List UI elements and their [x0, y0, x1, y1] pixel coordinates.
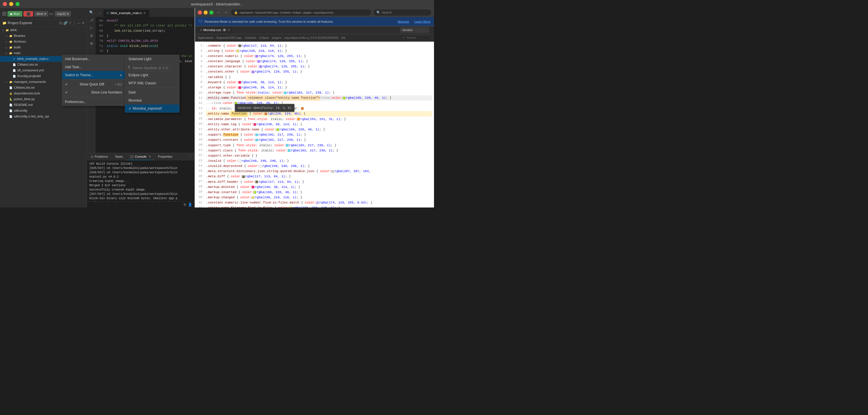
css-line-7: .variable { }	[206, 74, 432, 79]
css-file-tab-bar: # Monokai.css 3 ✕	[195, 26, 434, 34]
css-line-numbers: 1234567891011121314151617181920212223242…	[195, 42, 204, 208]
console-close-icon[interactable]: ✕	[149, 155, 151, 158]
git-icon[interactable]: ⎇	[89, 17, 94, 23]
tab-close-icon[interactable]: ✕	[143, 11, 146, 15]
submenu-monokai-espressif[interactable]: Monokai_espressif	[125, 104, 180, 113]
menu-show-quick-diff[interactable]: Show Quick Diff ⇧⌘Q	[62, 80, 125, 88]
minimize-view-icon[interactable]: —	[77, 21, 81, 25]
project-explorer-header: 📁 Project Explorer ⊟ 🔗 ▽ ⋮ — ✕	[0, 20, 87, 27]
tree-item-binaries[interactable]: ▷ 📁 Binaries	[0, 33, 87, 39]
css-line-10: .storage.type { font-style: italic; colo…	[206, 90, 432, 95]
run-button[interactable]: ▶ Run	[7, 11, 23, 17]
submenu-solarized-light[interactable]: Solarized Light	[125, 55, 180, 63]
search-icon: 🔍	[376, 11, 380, 14]
css-line-4: .constant.language { color: rgba(174, 12…	[206, 59, 432, 64]
browser-minimize[interactable]	[204, 11, 208, 15]
editor-tab-bar: ··· C blink_example_main.c ✕	[96, 8, 194, 17]
css-line-19: .support.constant { color: rgba(102, 217…	[206, 137, 432, 142]
console-line: Merged 2 ELF sections	[90, 183, 192, 188]
browser-maximize[interactable]	[210, 11, 214, 15]
more-icon[interactable]: ⋮	[72, 21, 76, 25]
shield-icon: 🛡	[198, 19, 202, 24]
menu-show-line-numbers[interactable]: Show Line Numbers	[62, 88, 125, 96]
title-bar: workspacex5 - blink/main/blin...	[0, 0, 434, 8]
console-output: CDT Build Console [blink] [935/937] cd /…	[87, 160, 194, 202]
css-line-22: .support.other.variable { }	[206, 153, 432, 158]
grid-icon[interactable]: ⊠	[89, 40, 94, 46]
menu-add-bookmark[interactable]: Add Bookmark...	[62, 55, 125, 63]
learn-more-link[interactable]: Learn More	[414, 20, 431, 23]
search-side-icon[interactable]: 🔍	[89, 9, 94, 15]
css-line-15: .variable.parameter { font-style: italic…	[206, 117, 432, 122]
console-more-icon[interactable]: ⋮	[187, 155, 194, 159]
css-line-2: .string { color: rgba(230, 219, 116, 1);…	[206, 49, 432, 54]
css-line-25: .meta.structure.dictionary.json.string.q…	[206, 169, 432, 174]
minimize-button[interactable]	[9, 2, 13, 6]
css-line-20: .support.type { font-style: italic; colo…	[206, 142, 432, 148]
filter-icon[interactable]: ▽	[69, 21, 71, 25]
settings-icon[interactable]: ⚙	[183, 202, 186, 206]
tab-close-icon[interactable]: ✕	[228, 28, 230, 32]
tab-tasks[interactable]: Tasks	[112, 153, 126, 160]
tree-item-archives[interactable]: ▷ 📁 Archives	[0, 39, 87, 44]
tree-item-blink[interactable]: ▾ 📂 blink	[0, 27, 87, 33]
browser-navigation: ← →	[216, 10, 229, 15]
c-file-icon: C	[107, 11, 109, 15]
tab-overflow[interactable]: ···	[96, 9, 103, 17]
search-bar[interactable]: 🔍 Search	[374, 9, 431, 15]
submenu-monokai[interactable]: Monokai	[125, 96, 180, 104]
breadcrumb: Applications › Espressif-IDE2.app › Cont…	[195, 34, 434, 42]
device-selector[interactable]: esp32 ▾	[55, 11, 71, 17]
theme-submenu: Solarized Light 2 Light Eclipse Light WT…	[125, 55, 180, 113]
tree-item-sdkconfig-ci[interactable]: 📄 sdkconfig.ci.led_strip_spi	[0, 114, 87, 120]
tab-problems[interactable]: ⚠Problems	[87, 153, 112, 160]
menu-switch-theme[interactable]: Switch to Theme... ▶	[62, 71, 125, 79]
ide-toolbar: ◁ ▶ Run ⬛ blink ▾ on: esp32 ▾	[0, 8, 87, 20]
selector-tooltip: Selector Specificity: (0, 3, 0)	[235, 104, 294, 111]
submenu-dark[interactable]: Dark	[125, 88, 180, 96]
maximize-button[interactable]	[16, 2, 20, 6]
tab-blink-main[interactable]: C blink_example_main.c ✕	[103, 10, 149, 17]
blink-selector[interactable]: blink ▾	[34, 11, 48, 17]
forward-button[interactable]: →	[223, 10, 229, 15]
user-icon[interactable]: 👤	[188, 202, 192, 206]
css-line-11: .entity.name.function <element class="en…	[206, 95, 432, 100]
css-file-tab[interactable]: # Monokai.css 3 ✕	[197, 27, 233, 33]
window-title: workspacex5 - blink/main/blin...	[191, 2, 243, 6]
submenu-arrow-icon: ▶	[120, 73, 122, 76]
back-button[interactable]: ←	[216, 10, 222, 15]
extensions-icon[interactable]: ⊞	[89, 33, 94, 38]
back-nav-icon[interactable]: ◁	[2, 12, 6, 16]
submenu-wtp-xml[interactable]: WTP XML Classic	[125, 79, 180, 87]
breadcrumb-search[interactable]	[405, 36, 431, 40]
chevron-down-icon: ▾	[44, 12, 46, 15]
css-line-6: .constant.other { color: rgba(174, 129, …	[206, 69, 432, 74]
chevron-down-icon: ▾	[67, 12, 69, 15]
url-bar[interactable]: 🔒 Applications › Espressif-IDE2.app › Co…	[231, 9, 371, 15]
sidebar: ◁ ▶ Run ⬛ blink ▾ on: esp32 ▾ 📁 Project …	[0, 8, 87, 208]
link-editor-icon[interactable]: 🔗	[63, 21, 68, 25]
close-view-icon[interactable]: ✕	[82, 21, 85, 25]
tab-console[interactable]: ⬛Console ✕	[126, 153, 155, 160]
tree-item-build[interactable]: ▷ 📁 build	[0, 44, 87, 51]
collapse-all-icon[interactable]: ⊟	[59, 21, 62, 25]
tree-item-sdkconfig[interactable]: 📄 sdkconfig	[0, 108, 87, 114]
submenu-eclipse-light[interactable]: Eclipse Light	[125, 71, 180, 79]
run-icon: ▶	[10, 12, 13, 15]
selector-specificity-tooltip: Selector Specificity: (0, 3, 0)	[129, 64, 171, 71]
tab-properties[interactable]: Properties	[155, 153, 176, 160]
stop-button[interactable]: ⬛	[24, 11, 33, 17]
on-label: on:	[49, 12, 54, 15]
close-button[interactable]	[3, 2, 7, 6]
menu-preferences[interactable]: Preferences...	[62, 98, 125, 106]
run-debug-icon[interactable]: ▷	[89, 25, 94, 31]
css-line-21: .support.class { font-style: italic; col…	[206, 148, 432, 153]
manage-link[interactable]: Manage	[398, 20, 409, 23]
function-search-input[interactable]	[400, 27, 429, 33]
menu-add-task[interactable]: Add Task...	[62, 63, 125, 71]
css-line-29: .markup.inserted { color: rgba(166, 226,…	[206, 190, 432, 195]
browser-panel: ← → 🔒 Applications › Espressif-IDE2.app …	[195, 8, 434, 208]
browser-chrome: ← → 🔒 Applications › Espressif-IDE2.app …	[195, 8, 434, 17]
browser-close[interactable]	[198, 11, 202, 15]
breadcrumb-more[interactable]: ›	[403, 36, 404, 39]
